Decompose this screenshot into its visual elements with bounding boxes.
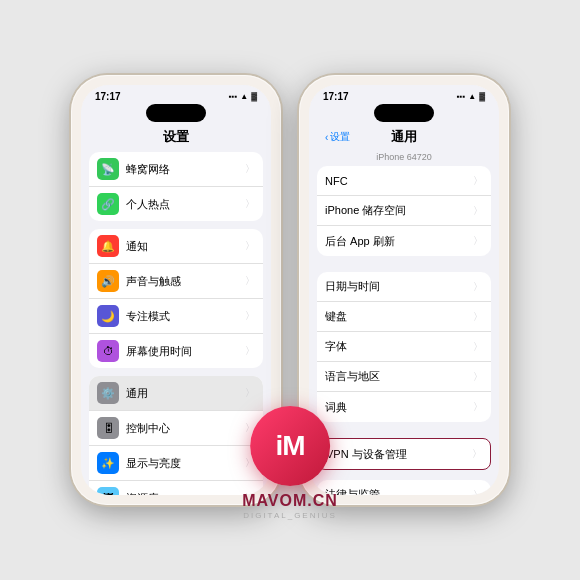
section-group1: NFC 〉 iPhone 储存空间 〉 后台 App 刷新 〉: [317, 166, 491, 256]
chevron-icon: 〉: [473, 174, 483, 188]
status-time-right: 17:17: [323, 91, 349, 102]
chevron-icon: 〉: [473, 370, 483, 384]
brand-text: MAVOM.CN: [242, 492, 338, 510]
list-item[interactable]: 🔔 通知 〉: [89, 229, 263, 264]
dynamic-island-right: [374, 104, 434, 122]
section-group3: 法律与监管 〉 传输或还原 iPhone 〉 关机 〉: [317, 480, 491, 495]
sub-text: DIGITAL_GENIUS: [242, 511, 338, 520]
notifications-icon: 🔔: [97, 235, 119, 257]
focus-icon: 🌙: [97, 305, 119, 327]
sound-icon: 🔊: [97, 270, 119, 292]
screentime-label: 屏幕使用时间: [126, 344, 245, 359]
general-label: 通用: [126, 386, 245, 401]
list-item[interactable]: 键盘 〉: [317, 302, 491, 332]
status-bar-right: 17:17 ▪▪▪ ▲ ▓: [309, 85, 499, 104]
list-item[interactable]: 🔊 声音与触感 〉: [89, 264, 263, 299]
cellular-icon: 📡: [97, 158, 119, 180]
watermark-overlay: iM MAVOM.CN DIGITAL_GENIUS: [242, 406, 338, 520]
hotspot-label: 个人热点: [126, 197, 245, 212]
signal-icon: ▪▪▪: [457, 92, 466, 101]
battery-icon: ▓: [479, 92, 485, 101]
keyboard-label: 键盘: [325, 309, 473, 324]
nav-row: ‹ 设置 通用: [309, 124, 499, 150]
control-center-icon: 🎛: [97, 417, 119, 439]
page-title-right: 通用: [309, 128, 499, 146]
list-item[interactable]: 字体 〉: [317, 332, 491, 362]
chevron-icon: 〉: [472, 447, 482, 461]
dynamic-island-left: [146, 104, 206, 122]
section-system: 🔔 通知 〉 🔊 声音与触感 〉 🌙 专注模式 〉: [89, 229, 263, 368]
list-item[interactable]: NFC 〉: [317, 166, 491, 196]
divider: [317, 472, 491, 480]
status-icons-left: ▪▪▪ ▲ ▓: [229, 92, 257, 101]
chevron-icon: 〉: [245, 162, 255, 176]
chevron-icon: 〉: [245, 274, 255, 288]
list-item[interactable]: 法律与监管 〉: [317, 480, 491, 495]
wifi-icon: ▲: [468, 92, 476, 101]
section-group2: 日期与时间 〉 键盘 〉 字体 〉 语言与地区 〉: [317, 272, 491, 422]
list-item[interactable]: 语言与地区 〉: [317, 362, 491, 392]
general-item[interactable]: ⚙️ 通用 〉: [89, 376, 263, 411]
status-time-left: 17:17: [95, 91, 121, 102]
chevron-icon: 〉: [473, 340, 483, 354]
list-item[interactable]: ✨ 显示与亮度 〉: [89, 446, 263, 481]
list-item[interactable]: 🌙 专注模式 〉: [89, 299, 263, 334]
chevron-icon: 〉: [473, 280, 483, 294]
vpn-item[interactable]: VPN 与设备管理 〉: [318, 439, 490, 469]
vpn-label: VPN 与设备管理: [326, 447, 472, 462]
library-label: 资源库: [126, 491, 245, 496]
screentime-icon: ⏱: [97, 340, 119, 362]
list-item[interactable]: iPhone 储存空间 〉: [317, 196, 491, 226]
notifications-label: 通知: [126, 239, 245, 254]
section-connectivity: 📡 蜂窝网络 〉 🔗 个人热点 〉: [89, 152, 263, 221]
fonts-label: 字体: [325, 339, 473, 354]
status-icons-right: ▪▪▪ ▲ ▓: [457, 92, 485, 101]
cellular-label: 蜂窝网络: [126, 162, 245, 177]
list-item[interactable]: 📡 蜂窝网络 〉: [89, 152, 263, 187]
divider: [317, 430, 491, 438]
page-title-left: 设置: [81, 124, 271, 152]
im-logo: iM: [250, 406, 330, 486]
datetime-label: 日期与时间: [325, 279, 473, 294]
dictionary-label: 词典: [325, 400, 473, 415]
list-item[interactable]: 词典 〉: [317, 392, 491, 422]
background-refresh-label: 后台 App 刷新: [325, 234, 473, 249]
storage-label: iPhone 储存空间: [325, 203, 473, 218]
list-item[interactable]: 🎛 控制中心 〉: [89, 411, 263, 446]
legal-label: 法律与监管: [325, 487, 473, 495]
library-icon: 🖼: [97, 487, 119, 495]
list-item[interactable]: 后台 App 刷新 〉: [317, 226, 491, 256]
logo-text: iM: [275, 430, 304, 462]
chevron-icon: 〉: [245, 239, 255, 253]
chevron-icon: 〉: [245, 386, 255, 400]
display-label: 显示与亮度: [126, 456, 245, 471]
watermark-text: MAVOM.CN DIGITAL_GENIUS: [242, 492, 338, 520]
iphone-label: iPhone 64720: [309, 150, 499, 166]
wifi-icon: ▲: [240, 92, 248, 101]
chevron-icon: 〉: [245, 344, 255, 358]
general-icon: ⚙️: [97, 382, 119, 404]
chevron-icon: 〉: [245, 197, 255, 211]
chevron-icon: 〉: [245, 309, 255, 323]
list-item[interactable]: 日期与时间 〉: [317, 272, 491, 302]
list-item[interactable]: ⏱ 屏幕使用时间 〉: [89, 334, 263, 368]
vpn-section: VPN 与设备管理 〉: [317, 438, 491, 470]
chevron-icon: 〉: [473, 488, 483, 496]
display-icon: ✨: [97, 452, 119, 474]
nfc-label: NFC: [325, 175, 473, 187]
chevron-icon: 〉: [473, 400, 483, 414]
chevron-icon: 〉: [473, 310, 483, 324]
section-general: ⚙️ 通用 〉 🎛 控制中心 〉 ✨ 显示与亮度 〉: [89, 376, 263, 495]
signal-icon: ▪▪▪: [229, 92, 238, 101]
divider: [317, 264, 491, 272]
sound-label: 声音与触感: [126, 274, 245, 289]
chevron-icon: 〉: [473, 234, 483, 248]
list-item[interactable]: 🖼 资源库 〉: [89, 481, 263, 495]
language-label: 语言与地区: [325, 369, 473, 384]
control-center-label: 控制中心: [126, 421, 245, 436]
battery-icon: ▓: [251, 92, 257, 101]
list-item[interactable]: 🔗 个人热点 〉: [89, 187, 263, 221]
hotspot-icon: 🔗: [97, 193, 119, 215]
focus-label: 专注模式: [126, 309, 245, 324]
chevron-icon: 〉: [473, 204, 483, 218]
